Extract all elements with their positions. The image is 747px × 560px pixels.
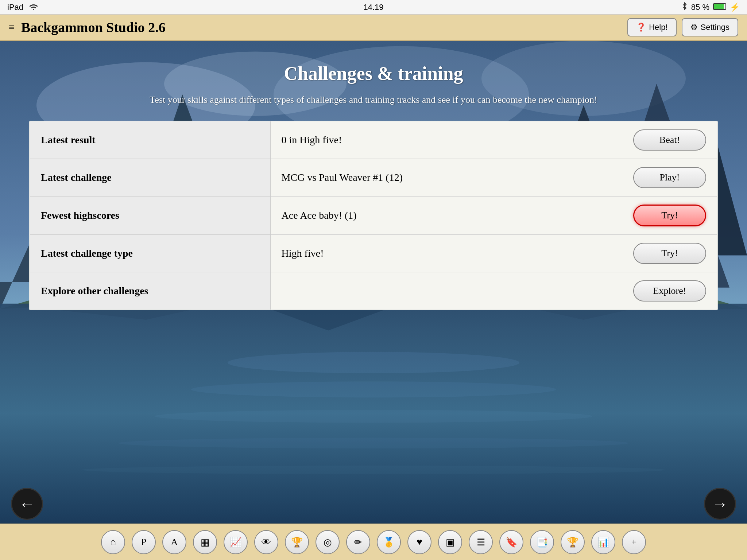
row-action-1: Play!	[580, 159, 717, 197]
nav-icon-pages[interactable]: 📑	[530, 530, 554, 554]
nav-icon-target[interactable]: ◎	[316, 530, 340, 554]
bluetooth-icon	[682, 2, 688, 12]
row-action-0: Beat!	[580, 121, 717, 159]
challenges-table: Latest result0 in High five!Beat!Latest …	[29, 121, 718, 310]
svg-point-22	[155, 410, 592, 423]
device-label: iPad	[7, 3, 23, 12]
row-label-0: Latest result	[30, 121, 270, 159]
action-button-2[interactable]: Try!	[633, 205, 706, 226]
forward-button[interactable]: →	[704, 488, 736, 520]
battery-percent: 85 %	[691, 3, 709, 12]
page-subtitle: Test your skills against different types…	[29, 94, 718, 105]
back-icon: ←	[19, 495, 35, 513]
row-value-1: MCG vs Paul Weaver #1 (12)	[270, 159, 580, 197]
menu-icon[interactable]: ≡	[9, 22, 15, 33]
main-content: Challenges & training Test your skills a…	[0, 41, 747, 318]
svg-point-21	[191, 381, 556, 397]
back-button[interactable]: ←	[11, 488, 43, 520]
row-action-3: Try!	[580, 235, 717, 272]
nav-icon-chart-bar[interactable]: ▦	[193, 530, 217, 554]
time-display: 14.19	[363, 3, 383, 12]
action-button-1[interactable]: Play!	[633, 167, 706, 188]
nav-icon-bookmark[interactable]: 🔖	[499, 530, 523, 554]
battery-icon	[713, 3, 726, 12]
table-row: Latest result0 in High five!Beat!	[30, 121, 717, 159]
row-value-3: High five!	[270, 235, 580, 272]
help-icon: ❓	[636, 23, 646, 32]
svg-point-23	[118, 438, 629, 448]
app-title: Backgammon Studio 2.6	[21, 19, 166, 35]
action-button-4[interactable]: Explore!	[633, 280, 706, 302]
nav-icon-trophy2[interactable]: 🏆	[561, 530, 585, 554]
nav-icon-heart[interactable]: ♥	[407, 530, 431, 554]
svg-point-20	[228, 352, 519, 373]
row-label-3: Latest challenge type	[30, 235, 270, 272]
nav-icon-trophy[interactable]: 🏆	[285, 530, 309, 554]
forward-icon: →	[712, 495, 728, 513]
action-button-0[interactable]: Beat!	[633, 129, 706, 151]
status-bar: iPad 14.19 85 % ⚡	[0, 0, 747, 15]
row-label-4: Explore other challenges	[30, 272, 270, 310]
nav-icon-medal[interactable]: 🥇	[377, 530, 401, 554]
nav-icon-home[interactable]: ⌂	[101, 530, 125, 554]
row-value-2: Ace Ace baby! (1)	[270, 197, 580, 235]
action-button-3[interactable]: Try!	[633, 243, 706, 264]
nav-icon-layers[interactable]: ☰	[469, 530, 493, 554]
nav-icon-practice[interactable]: P	[132, 530, 156, 554]
table-row: Explore other challengesExplore!	[30, 272, 717, 310]
charging-icon: ⚡	[730, 3, 740, 12]
row-label-1: Latest challenge	[30, 159, 270, 197]
table-row: Fewest highscoresAce Ace baby! (1)Try!	[30, 197, 717, 235]
bottom-navigation: ⌂PA▦📈👁🏆◎✏🥇♥▣☰🔖📑🏆📊+	[0, 524, 747, 560]
header: ≡ Backgammon Studio 2.6 ❓ Help! ⚙ Settin…	[0, 15, 747, 41]
nav-icon-chart[interactable]: 📊	[591, 530, 615, 554]
page-title: Challenges & training	[29, 63, 718, 84]
table-row: Latest challenge typeHigh five!Try!	[30, 235, 717, 272]
gear-icon: ⚙	[690, 23, 698, 32]
help-button[interactable]: ❓ Help!	[627, 18, 676, 36]
row-value-0: 0 in High five!	[270, 121, 580, 159]
row-value-4	[270, 272, 580, 310]
nav-icon-analyze[interactable]: A	[162, 530, 186, 554]
nav-icon-trending[interactable]: 📈	[224, 530, 248, 554]
nav-icon-view[interactable]: 👁	[254, 530, 278, 554]
nav-icon-add[interactable]: +	[622, 530, 646, 554]
row-label-2: Fewest highscores	[30, 197, 270, 235]
settings-button[interactable]: ⚙ Settings	[682, 18, 739, 36]
table-row: Latest challengeMCG vs Paul Weaver #1 (1…	[30, 159, 717, 197]
wifi-icon	[28, 2, 39, 12]
nav-icon-edit[interactable]: ✏	[346, 530, 370, 554]
svg-point-24	[82, 466, 665, 474]
nav-icon-square[interactable]: ▣	[438, 530, 462, 554]
row-action-2: Try!	[580, 197, 717, 235]
row-action-4: Explore!	[580, 272, 717, 310]
